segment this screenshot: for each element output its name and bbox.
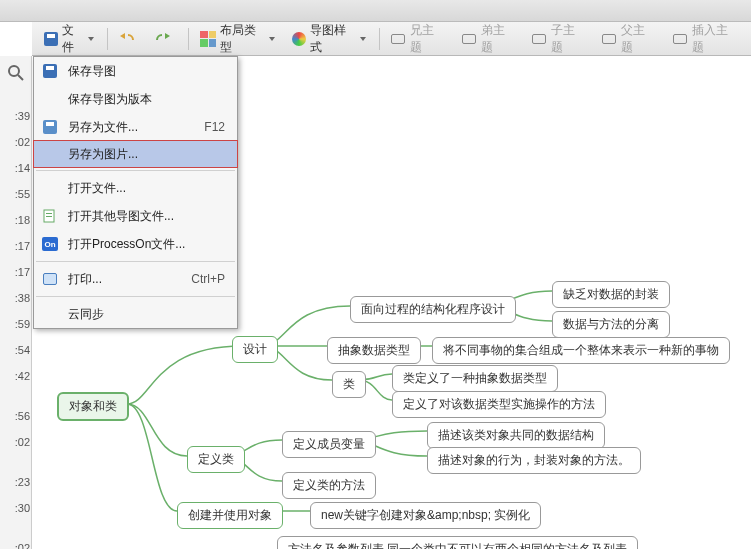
svg-point-0 (9, 66, 19, 76)
time-entry: :17 (2, 240, 30, 252)
save-as-icon (43, 120, 57, 134)
processon-icon: On (42, 237, 58, 251)
node-icon (391, 34, 405, 44)
time-entry: :14 (2, 162, 30, 174)
menu-shortcut: Ctrl+P (191, 272, 225, 286)
sibling-topic-button[interactable]: 兄主题 (384, 26, 452, 52)
mindmap-node[interactable]: 定义类 (187, 446, 245, 473)
time-entry: :02 (2, 136, 30, 148)
mindmap-node[interactable]: 定义成员变量 (282, 431, 376, 458)
time-entry: :02 (2, 542, 30, 549)
menu-save-version[interactable]: 保存导图为版本 (34, 85, 237, 113)
menu-open-processon[interactable]: On 打开ProcessOn文件... (34, 230, 237, 258)
search-icon[interactable] (7, 64, 25, 82)
file-menu-button[interactable]: 文件 (36, 26, 101, 52)
mindmap-node[interactable]: 创建并使用对象 (177, 502, 283, 529)
file-icon (42, 208, 58, 224)
mindmap-node[interactable]: 定义了对该数据类型实施操作的方法 (392, 391, 606, 418)
menu-open-other[interactable]: 打开其他导图文件... (34, 202, 237, 230)
style-icon (292, 32, 306, 46)
mindmap-node[interactable]: 缺乏对数据的封装 (552, 281, 670, 308)
menu-label: 打开ProcessOn文件... (68, 236, 229, 253)
child-topic-button[interactable]: 子主题 (524, 26, 592, 52)
mindmap-node[interactable]: 定义类的方法 (282, 472, 376, 499)
node-icon (602, 34, 616, 44)
time-entry: :18 (2, 214, 30, 226)
style-label: 导图样式 (310, 22, 356, 56)
mindmap-node[interactable]: 类 (332, 371, 366, 398)
menu-label: 打开其他导图文件... (68, 208, 229, 225)
time-column: :39 :02 :14 :55 :18 :17 :17 :38 :59 :54 … (2, 110, 30, 549)
time-entry: :59 (2, 318, 30, 330)
save-icon (43, 64, 57, 78)
separator (188, 28, 189, 50)
file-dropdown-menu: 保存导图 保存导图为版本 另存为文件... F12 另存为图片... 打开文件.… (33, 56, 238, 329)
menu-shortcut: F12 (204, 120, 225, 134)
menu-divider (36, 170, 235, 171)
window-titlebar (0, 0, 751, 22)
menu-label: 打印... (68, 271, 191, 288)
node-icon (462, 34, 476, 44)
layout-icon (200, 31, 216, 47)
menu-label: 另存为图片... (68, 146, 229, 163)
node-icon (532, 34, 546, 44)
mindmap-node[interactable]: 设计 (232, 336, 278, 363)
mindmap-node[interactable]: 描述对象的行为，封装对象的方法。 (427, 447, 641, 474)
menu-open-file[interactable]: 打开文件... (34, 174, 237, 202)
time-entry: :39 (2, 110, 30, 122)
svg-rect-3 (46, 213, 52, 214)
parent-topic-button[interactable]: 父主题 (595, 26, 663, 52)
chevron-down-icon (360, 37, 366, 41)
menu-label: 另存为文件... (68, 119, 204, 136)
undo-icon (119, 31, 135, 47)
insert-label: 插入主题 (692, 22, 738, 56)
time-entry: :30 (2, 502, 30, 514)
main-toolbar: 文件 布局类型 导图样式 兄主题 弟主题 子主题 父主题 插入主题 (32, 22, 751, 56)
menu-label: 保存导图为版本 (68, 91, 229, 108)
mindmap-node[interactable]: 抽象数据类型 (327, 337, 421, 364)
sibling-label: 兄主题 (410, 22, 445, 56)
mindmap-node[interactable]: new关键字创建对象&amp;nbsp; 实例化 (310, 502, 541, 529)
time-entry: :23 (2, 476, 30, 488)
time-entry: :38 (2, 292, 30, 304)
layout-type-button[interactable]: 布局类型 (193, 26, 282, 52)
time-entry: :02 (2, 436, 30, 448)
time-entry: :56 (2, 410, 30, 422)
time-entry: :42 (2, 370, 30, 382)
menu-print[interactable]: 打印... Ctrl+P (34, 265, 237, 293)
chevron-down-icon (88, 37, 94, 41)
time-entry: :54 (2, 344, 30, 356)
child-label: 子主题 (551, 22, 586, 56)
menu-label: 云同步 (68, 306, 229, 323)
undo-button[interactable] (112, 26, 146, 52)
mindmap-node-root[interactable]: 对象和类 (57, 392, 129, 421)
menu-divider (36, 296, 235, 297)
mindmap-node[interactable]: 数据与方法的分离 (552, 311, 670, 338)
separator (107, 28, 108, 50)
file-label: 文件 (62, 22, 85, 56)
menu-save[interactable]: 保存导图 (34, 57, 237, 85)
time-entry: :17 (2, 266, 30, 278)
redo-button[interactable] (148, 26, 182, 52)
chevron-down-icon (269, 37, 275, 41)
mindmap-node[interactable]: 描述该类对象共同的数据结构 (427, 422, 605, 449)
menu-divider (36, 261, 235, 262)
menu-cloud-sync[interactable]: 云同步 (34, 300, 237, 328)
mindmap-node[interactable]: 方法名及参数列表 同一个类中不可以有两个相同的方法名及列表 (277, 536, 638, 549)
map-style-button[interactable]: 导图样式 (284, 26, 373, 52)
insert-topic-button[interactable]: 插入主题 (665, 26, 745, 52)
brother-label: 弟主题 (481, 22, 516, 56)
mindmap-node[interactable]: 类定义了一种抽象数据类型 (392, 365, 558, 392)
redo-icon (155, 31, 171, 47)
time-entry: :55 (2, 188, 30, 200)
mindmap-node[interactable]: 面向过程的结构化程序设计 (350, 296, 516, 323)
menu-label: 打开文件... (68, 180, 229, 197)
menu-save-as-image[interactable]: 另存为图片... (33, 140, 238, 168)
separator (379, 28, 380, 50)
menu-save-as-file[interactable]: 另存为文件... F12 (34, 113, 237, 141)
brother-topic-button[interactable]: 弟主题 (454, 26, 522, 52)
print-icon (43, 273, 57, 285)
svg-rect-4 (46, 216, 52, 217)
svg-line-1 (18, 75, 23, 80)
mindmap-node[interactable]: 将不同事物的集合组成一个整体来表示一种新的事物 (432, 337, 730, 364)
